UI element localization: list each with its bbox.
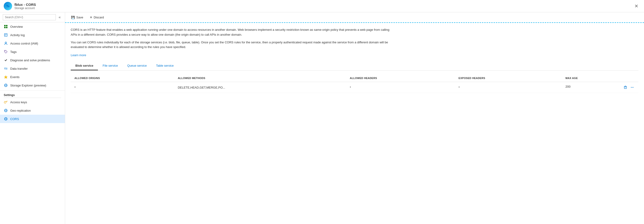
sidebar-item-activity-log[interactable]: Activity log [0,31,65,39]
search-input[interactable] [3,14,56,20]
tags-icon [4,50,8,54]
app-title: fblux - CORS [14,3,36,7]
transfer-icon [4,66,8,71]
geo-icon [4,108,8,113]
svg-point-16 [4,101,6,103]
svg-rect-6 [4,34,7,36]
svg-point-9 [5,42,6,43]
title-bar-left: fblux - CORS Storage account [4,2,36,10]
main-content: 💾 Save ✕ Discard CORS is an HTTP feature… [65,12,644,224]
sidebar-item-label: Diagnose and solve problems [10,59,50,62]
sidebar-item-diagnose[interactable]: Diagnose and solve problems [0,56,65,64]
cors-icon [4,117,8,121]
tab-queue-service[interactable]: Queue service [122,62,152,70]
sidebar-item-label: Tags [10,50,16,54]
sidebar-item-access-control[interactable]: Access control (IAM) [0,39,65,48]
col-exposed-headers: EXPOSED HEADERS [455,74,562,82]
cell-headers: * [346,82,455,93]
sidebar-item-data-transfer[interactable]: Data transfer [0,64,65,73]
sidebar-item-label: Storage Explorer (preview) [10,84,46,87]
description-paragraph-1: CORS is an HTTP feature that enables a w… [71,28,396,37]
save-button[interactable]: 💾 Save [70,15,85,20]
sidebar-item-cors[interactable]: CORS [0,115,65,123]
title-bar-text: fblux - CORS Storage account [14,3,36,10]
overview-icon [4,25,8,29]
main-layout: « Overview [0,12,644,224]
explorer-icon [4,83,8,87]
svg-rect-11 [4,67,7,70]
tab-table-service[interactable]: Table service [152,62,178,70]
sidebar-item-label: Data transfer [10,67,28,70]
sidebar-item-label: Access keys [10,100,27,104]
cell-maxage: 200 [562,82,638,93]
table-row: * DELETE,HEAD,GET,MERGE,PO... * * 200 [71,82,638,93]
tab-blob-service[interactable]: Blob service [71,62,98,70]
svg-line-17 [7,101,7,102]
learn-more-link[interactable]: Learn more [71,53,86,57]
sidebar-item-access-keys[interactable]: Access keys [0,98,65,106]
description-paragraph-2: You can set CORS rules individually for … [71,40,396,50]
cors-rules-table-section: ALLOWED ORIGINS ALLOWED METHODS ALLOWED … [71,74,638,93]
service-tabs: Blob service File service Queue service … [71,62,638,71]
collapse-sidebar-button[interactable]: « [57,15,62,20]
discard-button[interactable]: ✕ Discard [88,15,105,20]
col-allowed-headers: ALLOWED HEADERS [346,74,455,82]
sidebar-item-label: Events [10,75,20,79]
col-allowed-methods: ALLOWED METHODS [174,74,346,82]
sidebar-item-events[interactable]: Events [0,73,65,81]
sidebar: « Overview [0,12,65,224]
cors-description: CORS is an HTTP feature that enables a w… [71,28,396,50]
svg-point-10 [5,51,5,51]
toolbar: 💾 Save ✕ Discard [65,12,644,23]
svg-rect-4 [4,27,6,28]
sidebar-item-label: Activity log [10,33,25,37]
activity-log-icon [4,33,8,37]
cell-methods: DELETE,HEAD,GET,MERGE,PO... [174,82,346,93]
discard-icon: ✕ [90,16,92,19]
events-icon [4,75,8,79]
cell-origins: * [71,82,174,93]
sidebar-item-label: Overview [10,25,23,28]
col-allowed-origins: ALLOWED ORIGINS [71,74,174,82]
title-bar: fblux - CORS Storage account ✕ [0,0,644,12]
more-actions-button[interactable]: ··· [630,85,635,90]
svg-rect-24 [624,86,626,89]
cell-exposed: * [455,82,562,93]
sidebar-item-label: Geo-replication [10,109,31,112]
sidebar-item-label: CORS [10,117,19,121]
app-subtitle: Storage account [14,7,36,10]
sidebar-item-storage-explorer[interactable]: Storage Explorer (preview) [0,81,65,89]
svg-point-1 [7,5,8,7]
col-max-age: MAX AGE [562,74,638,82]
diagnose-icon [4,58,8,62]
svg-rect-5 [6,27,8,28]
close-button[interactable]: ✕ [632,2,640,10]
settings-section-title: Settings [0,90,65,98]
table-header: ALLOWED ORIGINS ALLOWED METHODS ALLOWED … [71,74,638,82]
sidebar-item-geo-replication[interactable]: Geo-replication [0,106,65,115]
delete-row-button[interactable] [623,85,628,90]
sidebar-search-container: « [0,12,65,22]
tab-file-service[interactable]: File service [98,62,122,70]
cors-rules-table: ALLOWED ORIGINS ALLOWED METHODS ALLOWED … [71,74,638,93]
content-body: CORS is an HTTP feature that enables a w… [65,23,644,98]
key-icon [4,100,8,104]
save-icon: 💾 [71,16,75,19]
discard-label: Discard [94,16,104,19]
sidebar-nav: Overview Activity log [0,22,65,224]
table-body: * DELETE,HEAD,GET,MERGE,PO... * * 200 [71,82,638,93]
svg-rect-3 [6,25,8,26]
app-logo [4,2,12,10]
save-label: Save [76,16,83,19]
iam-icon [4,41,8,45]
svg-marker-12 [4,75,8,79]
sidebar-item-overview[interactable]: Overview [0,22,65,31]
svg-rect-2 [4,25,6,26]
sidebar-item-tags[interactable]: Tags [0,48,65,56]
row-actions: ··· [623,85,635,90]
sidebar-item-label: Access control (IAM) [10,42,38,45]
